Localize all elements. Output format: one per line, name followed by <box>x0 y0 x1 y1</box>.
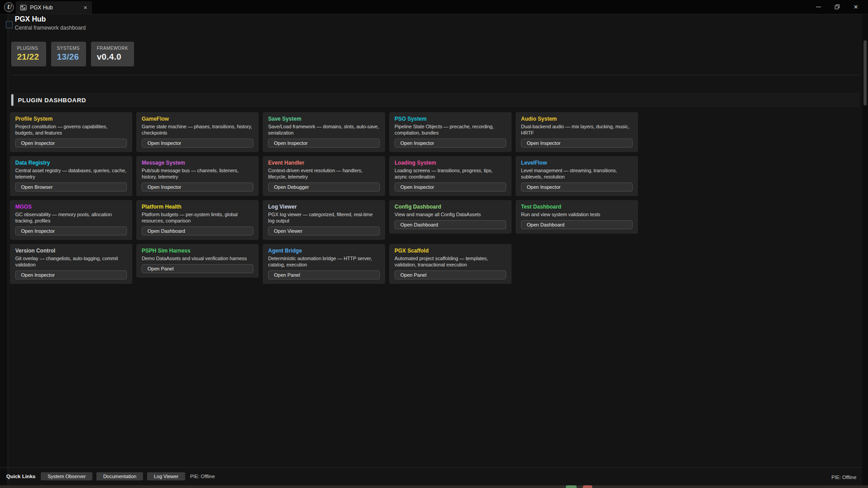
plugin-card-title: Profile System <box>15 116 127 122</box>
plugin-card: Version Control Git overlay — changelist… <box>10 244 132 284</box>
background-window-strip <box>0 485 868 488</box>
quick-link-button[interactable]: Documentation <box>96 472 143 480</box>
plugin-card-open-button[interactable]: Open Dashboard <box>142 227 253 235</box>
plugin-card-title: MGOS <box>15 204 127 210</box>
plugin-card-description: Central asset registry — databases, quer… <box>15 167 127 180</box>
page-subtitle: Central framework dashboard <box>15 25 86 31</box>
plugin-card-open-button[interactable]: Open Viewer <box>268 227 380 235</box>
plugin-card-open-button[interactable]: Open Panel <box>395 270 506 279</box>
title-bar: U PGX Hub ✕ ✕ <box>0 0 868 14</box>
plugin-card-description: Demo DataAssets and visual verification … <box>142 255 253 261</box>
plugin-card-open-button[interactable]: Open Inspector <box>15 270 127 279</box>
stat-value: 21/22 <box>17 52 40 62</box>
plugin-card-open-button[interactable]: Open Inspector <box>142 183 253 192</box>
plugin-card-open-button[interactable]: Open Dashboard <box>521 220 633 229</box>
stat-value: v0.4.0 <box>97 52 128 62</box>
plugin-card-open-button[interactable]: Open Inspector <box>395 139 506 148</box>
window-restore-button[interactable] <box>828 0 846 14</box>
plugin-card: Platform Health Platform budgets — per-s… <box>136 200 259 240</box>
plugin-card-grid: Profile System Project constitution — go… <box>10 112 639 288</box>
plugin-card-description: Save/Load framework — domains, slots, au… <box>268 123 380 136</box>
plugin-card-description: Platform budgets — per-system limits, gl… <box>142 211 253 224</box>
plugin-card-open-button[interactable]: Open Debugger <box>268 183 380 192</box>
plugin-card-description: Game state machine — phases, transitions… <box>142 123 253 136</box>
plugin-card-description: PGX log viewer — categorized, filtered, … <box>268 211 380 224</box>
plugin-card: Save System Save/Load framework — domain… <box>263 112 385 152</box>
plugin-card-description: Project constitution — governs capabilit… <box>15 123 127 136</box>
plugin-card-description: Context-driven event resolution — handle… <box>268 167 380 180</box>
plugin-card-title: Save System <box>268 116 380 122</box>
plugin-card-open-button[interactable]: Open Dashboard <box>395 220 506 229</box>
plugin-card-description: Git overlay — changelists, auto-tagging,… <box>15 255 127 268</box>
plugin-card: Event Handler Context-driven event resol… <box>263 156 385 196</box>
section-header: PLUGIN DASHBOARD <box>10 93 860 107</box>
window-minimize-button[interactable] <box>809 0 828 14</box>
plugin-card: Test Dashboard Run and view system valid… <box>516 200 638 234</box>
plugin-card: Agent Bridge Deterministic automation br… <box>263 244 385 284</box>
plugin-card: Audio System Dual-backend audio — mix la… <box>516 112 638 152</box>
tab-close-icon[interactable]: ✕ <box>83 5 87 11</box>
plugin-card-description: View and manage all Config DataAssets <box>395 211 506 218</box>
scrollbar-thumb[interactable] <box>864 40 867 105</box>
stat-chip: SYSTEMS 13/26 <box>51 42 86 66</box>
plugin-card-description: Dual-backend audio — mix layers, ducking… <box>521 123 633 136</box>
plugin-card: Profile System Project constitution — go… <box>10 112 132 152</box>
plugin-card-title: PSO System <box>395 116 506 122</box>
section-title: PLUGIN DASHBOARD <box>18 97 86 104</box>
plugin-card-open-button[interactable]: Open Browser <box>15 183 127 192</box>
stat-chip: FRAMEWORK v0.4.0 <box>91 42 134 66</box>
plugin-card-open-button[interactable]: Open Inspector <box>142 139 253 148</box>
plugin-card: PGX Scaffold Automated project scaffoldi… <box>389 244 512 284</box>
background-green-button <box>566 485 577 488</box>
plugin-card-open-button[interactable]: Open Inspector <box>15 139 127 148</box>
plugin-card: PSO System Pipeline State Objects — prec… <box>389 112 512 152</box>
stat-value: 13/26 <box>57 52 80 62</box>
plugin-card-title: PSPH Sim Harness <box>142 248 253 254</box>
plugin-card-open-button[interactable]: Open Inspector <box>268 139 380 148</box>
plugin-card-description: Loading screens — transitions, progress,… <box>395 167 506 180</box>
quick-link-button[interactable]: System Observer <box>41 472 92 480</box>
plugin-card-description: Automated project scaffolding — template… <box>395 255 506 268</box>
restore-icon <box>835 4 840 9</box>
window-close-button[interactable]: ✕ <box>846 0 865 14</box>
left-panel-border <box>0 14 8 488</box>
plugin-card-description: Pipeline State Objects — precache, recor… <box>395 123 506 136</box>
header-divider <box>10 75 860 75</box>
pie-status: PIE: Offline <box>190 474 215 479</box>
header-checkbox[interactable] <box>6 21 13 28</box>
quick-links: System Observer Documentation Log Viewer <box>41 472 185 480</box>
tab-pgx-hub[interactable]: PGX Hub ✕ <box>16 1 92 14</box>
plugin-card-title: Data Registry <box>15 160 127 166</box>
page-title: PGX Hub <box>15 15 46 23</box>
plugin-card: Config Dashboard View and manage all Con… <box>389 200 512 234</box>
plugin-card-open-button[interactable]: Open Inspector <box>521 139 633 148</box>
plugin-card-description: Run and view system validation tests <box>521 211 633 218</box>
plugin-card: Message System Pub/sub message bus — cha… <box>136 156 259 196</box>
unreal-engine-logo-icon[interactable]: U <box>4 2 14 12</box>
plugin-card-open-button[interactable]: Open Inspector <box>521 183 633 192</box>
stat-chip: PLUGINS 21/22 <box>11 42 46 66</box>
minimize-icon <box>816 7 821 8</box>
plugin-card-title: Agent Bridge <box>268 248 380 254</box>
plugin-card-title: Audio System <box>521 116 633 122</box>
plugin-card: Data Registry Central asset registry — d… <box>10 156 132 196</box>
section-accent-bar <box>11 94 13 106</box>
plugin-card-open-button[interactable]: Open Panel <box>268 270 380 279</box>
plugin-card: PSPH Sim Harness Demo DataAssets and vis… <box>136 244 259 278</box>
plugin-card-title: Event Handler <box>268 160 380 166</box>
plugin-card-open-button[interactable]: Open Inspector <box>395 183 506 192</box>
stat-label: SYSTEMS <box>57 46 80 51</box>
plugin-card: Loading System Loading screens — transit… <box>389 156 512 196</box>
plugin-card-open-button[interactable]: Open Panel <box>142 264 253 273</box>
stat-label: PLUGINS <box>17 46 40 51</box>
plugin-card: MGOS GC observability — memory pools, al… <box>10 200 132 240</box>
plugin-card-description: Pub/sub message bus — channels, listener… <box>142 167 253 180</box>
plugin-card: LevelFlow Level management — streaming, … <box>516 156 638 196</box>
footer-bar: Quick Links System Observer Documentatio… <box>6 472 215 480</box>
scrollbar-track[interactable] <box>862 14 868 485</box>
quick-link-button[interactable]: Log Viewer <box>147 472 185 480</box>
plugin-card-description: GC observability — memory pools, allocat… <box>15 211 127 224</box>
plugin-card: GameFlow Game state machine — phases, tr… <box>136 112 259 152</box>
plugin-card-open-button[interactable]: Open Inspector <box>15 227 127 235</box>
plugin-card-title: Platform Health <box>142 204 253 210</box>
